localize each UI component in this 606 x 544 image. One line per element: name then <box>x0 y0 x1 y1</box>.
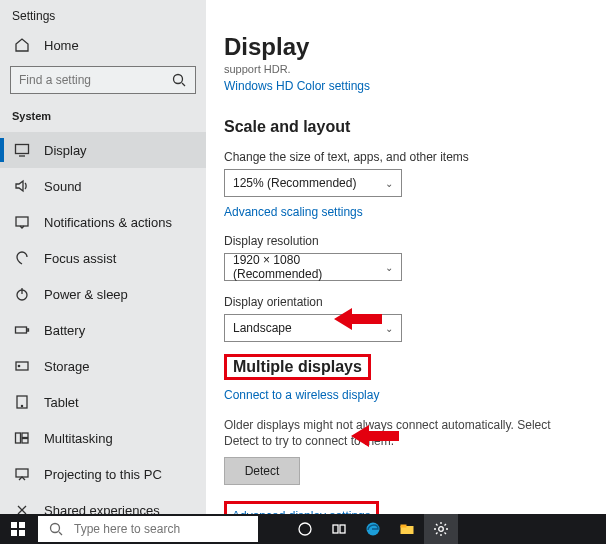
sidebar-item-label: Battery <box>44 323 85 338</box>
start-button[interactable] <box>0 514 36 544</box>
svg-point-22 <box>51 524 60 533</box>
search-icon <box>171 72 187 88</box>
project-icon <box>14 466 30 482</box>
explorer-icon[interactable] <box>390 514 424 544</box>
svg-rect-21 <box>19 530 25 536</box>
resolution-label: Display resolution <box>224 234 588 248</box>
section-label: System <box>0 104 206 132</box>
svg-rect-25 <box>340 525 345 533</box>
sidebar-item-multitasking[interactable]: Multitasking <box>0 420 206 456</box>
svg-marker-17 <box>351 425 399 447</box>
svg-rect-1 <box>16 145 29 154</box>
svg-point-6 <box>18 365 19 366</box>
svg-rect-9 <box>16 433 21 443</box>
annotation-arrow-icon <box>334 306 382 332</box>
sidebar-item-label: Projecting to this PC <box>44 467 162 482</box>
display-icon <box>14 142 30 158</box>
page-title: Display <box>224 33 588 61</box>
chevron-down-icon: ⌄ <box>385 178 393 189</box>
taskbar-search-field[interactable] <box>74 522 248 536</box>
sidebar-item-label: Multitasking <box>44 431 113 446</box>
storage-icon <box>14 358 30 374</box>
sidebar-list: Display Sound Notifications & actions Fo… <box>0 132 206 514</box>
older-displays-note: Older displays might not always connect … <box>224 417 588 449</box>
svg-rect-19 <box>19 522 25 528</box>
sidebar-item-sound[interactable]: Sound <box>0 168 206 204</box>
task-view-icon[interactable] <box>322 514 356 544</box>
sidebar-item-label: Focus assist <box>44 251 116 266</box>
sidebar-item-storage[interactable]: Storage <box>0 348 206 384</box>
sidebar-item-label: Notifications & actions <box>44 215 172 230</box>
sidebar-item-shared[interactable]: Shared experiences <box>0 492 206 514</box>
tablet-icon <box>14 394 30 410</box>
svg-rect-10 <box>22 433 28 438</box>
sidebar-item-projecting[interactable]: Projecting to this PC <box>0 456 206 492</box>
svg-rect-4 <box>16 327 27 333</box>
scale-value: 125% (Recommended) <box>233 176 356 190</box>
chevron-down-icon: ⌄ <box>385 323 393 334</box>
resolution-value: 1920 × 1080 (Recommended) <box>233 253 385 281</box>
chevron-down-icon: ⌄ <box>385 262 393 273</box>
sidebar-item-label: Sound <box>44 179 82 194</box>
svg-point-0 <box>174 75 183 84</box>
sidebar-item-label: Power & sleep <box>44 287 128 302</box>
focus-icon <box>14 250 30 266</box>
sidebar-item-label: Display <box>44 143 87 158</box>
sidebar-item-label: Tablet <box>44 395 79 410</box>
advanced-display-highlight: Advanced display settings <box>224 501 379 514</box>
orientation-value: Landscape <box>233 321 292 335</box>
sound-icon <box>14 178 30 194</box>
edge-icon[interactable] <box>356 514 390 544</box>
svg-marker-16 <box>334 308 382 330</box>
sidebar-item-label: Storage <box>44 359 90 374</box>
annotation-arrow-icon <box>351 423 399 449</box>
svg-point-23 <box>299 523 311 535</box>
sidebar-item-label: Shared experiences <box>44 503 160 515</box>
svg-rect-12 <box>16 469 28 477</box>
taskbar <box>0 514 606 544</box>
search-icon <box>48 521 64 537</box>
multitask-icon <box>14 430 30 446</box>
svg-rect-11 <box>22 439 28 444</box>
svg-rect-2 <box>16 217 28 226</box>
home-icon <box>14 37 30 53</box>
hdr-color-link[interactable]: Windows HD Color settings <box>224 79 370 93</box>
cortana-icon[interactable] <box>288 514 322 544</box>
app-title: Settings <box>0 7 206 31</box>
svg-point-29 <box>439 527 444 532</box>
sidebar-item-notifications[interactable]: Notifications & actions <box>0 204 206 240</box>
sidebar-item-battery[interactable]: Battery <box>0 312 206 348</box>
home-label: Home <box>44 38 79 53</box>
advanced-scaling-link[interactable]: Advanced scaling settings <box>224 205 363 219</box>
content-pane: Display support HDR. Windows HD Color se… <box>206 0 606 514</box>
notifications-icon <box>14 214 30 230</box>
search-input[interactable] <box>10 66 196 94</box>
svg-rect-20 <box>11 530 17 536</box>
detect-button[interactable]: Detect <box>224 457 300 485</box>
home-button[interactable]: Home <box>0 31 206 59</box>
power-icon <box>14 286 30 302</box>
svg-rect-28 <box>401 525 407 528</box>
taskbar-search[interactable] <box>38 516 258 542</box>
multiple-displays-highlight: Multiple displays <box>224 354 371 380</box>
scale-select[interactable]: 125% (Recommended)⌄ <box>224 169 402 197</box>
search-field[interactable] <box>19 73 171 87</box>
settings-icon[interactable] <box>424 514 458 544</box>
resolution-select[interactable]: 1920 × 1080 (Recommended)⌄ <box>224 253 402 281</box>
battery-icon <box>14 322 30 338</box>
orientation-label: Display orientation <box>224 295 588 309</box>
shared-icon <box>14 502 30 514</box>
scale-heading: Scale and layout <box>224 118 588 136</box>
svg-point-8 <box>21 405 22 406</box>
wireless-display-link[interactable]: Connect to a wireless display <box>224 388 379 402</box>
sidebar-item-display[interactable]: Display <box>0 132 206 168</box>
multiple-displays-heading: Multiple displays <box>233 358 362 375</box>
hdr-subtext: support HDR. <box>224 63 588 75</box>
sidebar: Settings Home System Display Sound Notif… <box>0 0 206 514</box>
svg-rect-18 <box>11 522 17 528</box>
scale-label: Change the size of text, apps, and other… <box>224 150 588 164</box>
sidebar-item-tablet[interactable]: Tablet <box>0 384 206 420</box>
sidebar-item-power[interactable]: Power & sleep <box>0 276 206 312</box>
sidebar-item-focus[interactable]: Focus assist <box>0 240 206 276</box>
svg-rect-24 <box>333 525 338 533</box>
